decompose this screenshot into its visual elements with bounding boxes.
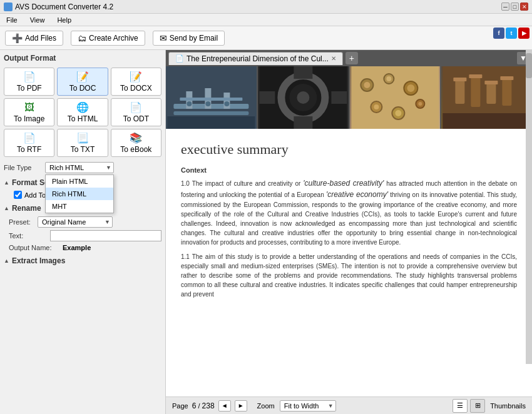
tab-doc-icon: 📄 xyxy=(175,54,184,63)
svg-rect-6 xyxy=(180,98,242,101)
send-email-button[interactable]: ✉ Send by Email xyxy=(153,31,225,46)
twitter-icon[interactable]: t xyxy=(506,28,517,39)
svg-point-14 xyxy=(297,91,309,104)
image-icon: 🖼 xyxy=(24,102,34,113)
file-type-select[interactable]: Plain HTML Rich HTML MHT xyxy=(45,162,114,173)
window-controls[interactable]: ─ □ ✕ xyxy=(501,3,528,11)
scrollbar-track[interactable] xyxy=(526,66,532,364)
html-icon: 🌐 xyxy=(76,101,89,113)
menu-file[interactable]: File xyxy=(3,16,21,24)
right-panel: 📄 The Entrepeneurial Dimension of the Cu… xyxy=(166,50,532,414)
view-icons: ☰ ⊞ xyxy=(453,399,485,413)
format-doc-button[interactable]: 📝 To DOC xyxy=(57,68,108,96)
zoom-select-container: Fit to Width 50% 75% 100% 150% ▼ xyxy=(280,400,336,411)
svg-point-25 xyxy=(407,84,414,92)
text-input-field[interactable] xyxy=(50,230,161,241)
add-files-button[interactable]: ➕ Add Files xyxy=(5,31,63,46)
format-grid: 📄 To PDF 📝 To DOC 📝 To DOCX 🖼 To Image 🌐… xyxy=(4,68,161,157)
file-type-select-container: Plain HTML Rich HTML MHT ▼ Plain HTML Ri… xyxy=(45,162,114,173)
page-label: Page xyxy=(172,402,188,410)
svg-rect-34 xyxy=(471,76,481,107)
image-strip xyxy=(166,66,532,129)
text-area: executive summary Context 1.0 The impact… xyxy=(166,129,532,396)
format-image-button[interactable]: 🖼 To Image xyxy=(4,98,54,126)
tab-label: The Entrepeneurial Dimension of the Cul.… xyxy=(187,54,329,63)
svg-point-21 xyxy=(364,82,370,88)
svg-rect-16 xyxy=(294,116,312,129)
svg-point-27 xyxy=(374,104,379,109)
svg-rect-2 xyxy=(173,111,248,115)
svg-rect-38 xyxy=(469,74,483,78)
italic-text-1: 'culture-based creativity' xyxy=(303,179,384,188)
document-heading: executive summary xyxy=(181,141,517,158)
facebook-icon[interactable]: f xyxy=(493,28,504,39)
format-html-button[interactable]: 🌐 To HTML xyxy=(57,98,108,126)
format-rtf-button[interactable]: 📄 To RTF xyxy=(4,129,54,157)
svg-rect-36 xyxy=(503,78,512,106)
menu-help[interactable]: Help xyxy=(53,16,75,24)
close-button[interactable]: ✕ xyxy=(520,3,528,11)
pdf-icon: 📄 xyxy=(23,71,36,83)
dropdown-item-rich-html[interactable]: Rich HTML xyxy=(46,188,113,200)
ebook-icon: 📚 xyxy=(130,132,142,144)
italic-text-2: 'creative economy' xyxy=(326,190,388,199)
format-txt-button[interactable]: 📃 To TXT xyxy=(57,129,108,157)
svg-rect-15 xyxy=(294,66,312,79)
thumbnails-view-button[interactable]: ⊞ xyxy=(470,399,485,413)
svg-rect-17 xyxy=(259,91,275,104)
svg-rect-33 xyxy=(456,79,465,104)
scrollbar-thumb[interactable] xyxy=(526,66,532,78)
txt-icon: 📃 xyxy=(76,132,89,144)
output-name-label: Output Name: xyxy=(9,244,59,251)
format-odt-button[interactable]: 📄 To ODT xyxy=(111,98,161,126)
dropdown-item-plain-html[interactable]: Plain HTML xyxy=(46,175,113,188)
output-name-value: Example xyxy=(63,244,91,251)
preset-label: Preset: xyxy=(9,218,34,226)
zoom-select[interactable]: Fit to Width 50% 75% 100% 150% xyxy=(280,400,336,411)
tab-close-button[interactable]: ✕ xyxy=(331,55,336,62)
minimize-button[interactable]: ─ xyxy=(501,3,509,11)
zoom-label: Zoom xyxy=(257,402,275,410)
dropdown-item-mht[interactable]: MHT xyxy=(46,200,113,213)
add-files-icon: ➕ xyxy=(12,33,23,43)
image-thumb-1 xyxy=(166,66,257,129)
app-icon xyxy=(4,3,13,11)
doc-icon: 📝 xyxy=(76,71,89,83)
output-name-row: Output Name: Example xyxy=(9,244,161,251)
svg-point-31 xyxy=(395,110,401,116)
format-pdf-button[interactable]: 📄 To PDF xyxy=(4,68,54,96)
image-thumb-4 xyxy=(441,66,532,129)
prev-page-button[interactable]: ◄ xyxy=(218,400,231,411)
pagination-bar: Page 6 / 238 ◄ ► Zoom Fit to Width 50% 7… xyxy=(166,396,532,414)
image-thumb-2 xyxy=(258,66,349,129)
preset-select[interactable]: Original Name xyxy=(38,216,113,228)
tab-add-button[interactable]: + xyxy=(345,52,358,64)
format-docx-button[interactable]: 📝 To DOCX xyxy=(111,68,161,96)
email-icon: ✉ xyxy=(160,33,167,43)
preset-select-container: Original Name ▼ xyxy=(38,216,113,228)
page-info: 6 / 238 xyxy=(192,401,215,410)
app-title: AVS Document Converter 4.2 xyxy=(15,3,113,11)
rtf-icon: 📄 xyxy=(23,132,36,144)
add-toolbar-checkbox[interactable] xyxy=(14,191,22,199)
title-bar-left: AVS Document Converter 4.2 xyxy=(4,3,113,11)
menu-bar: File View Help f t ▶ xyxy=(0,14,532,26)
page-view-button[interactable]: ☰ xyxy=(453,399,468,413)
menu-view[interactable]: View xyxy=(26,16,49,24)
document-paragraph-1: 1.0 The impact of culture and creativity… xyxy=(181,178,517,247)
document-tab[interactable]: 📄 The Entrepeneurial Dimension of the Cu… xyxy=(168,52,343,65)
next-page-button[interactable]: ► xyxy=(235,400,247,411)
create-archive-button[interactable]: 🗂 Create Archive xyxy=(71,31,145,46)
maximize-button[interactable]: □ xyxy=(511,3,519,11)
svg-rect-10 xyxy=(167,116,255,129)
svg-rect-39 xyxy=(485,81,498,84)
svg-rect-37 xyxy=(454,78,467,81)
svg-point-8 xyxy=(205,101,210,106)
svg-rect-35 xyxy=(487,82,496,104)
preset-row: Preset: Original Name ▼ xyxy=(9,216,161,228)
youtube-icon[interactable]: ▶ xyxy=(518,28,529,39)
left-panel: Output Format 📄 To PDF 📝 To DOC 📝 To DOC… xyxy=(0,50,166,414)
format-ebook-button[interactable]: 📚 To eBook xyxy=(111,129,161,157)
svg-point-7 xyxy=(187,101,192,106)
extract-images-section: Extract Images xyxy=(4,256,161,265)
